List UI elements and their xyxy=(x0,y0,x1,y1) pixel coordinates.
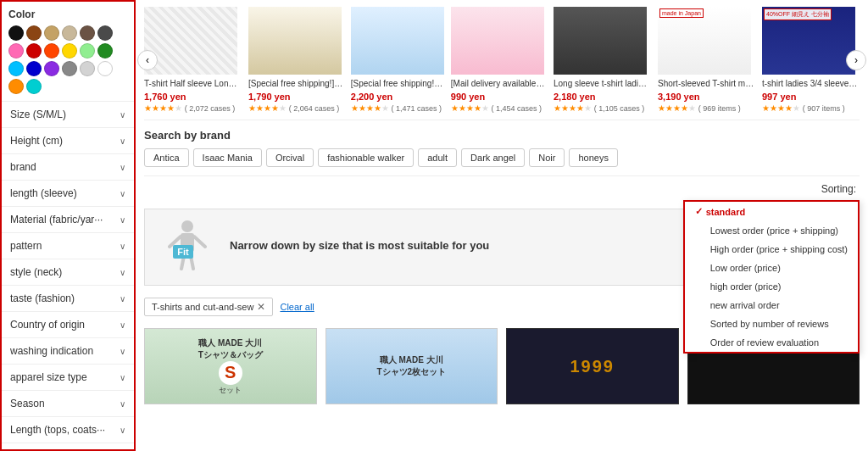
filter-label-washing: washing indication xyxy=(10,345,93,357)
brand-tag-honeys[interactable]: honeys xyxy=(569,148,617,167)
filter-chevron-length: ∨ xyxy=(120,426,125,435)
sort-dropdown: ✓standardLowest order (price + shipping)… xyxy=(683,200,860,354)
color-swatch-light-gray[interactable] xyxy=(80,61,95,76)
filter-item-height[interactable]: Height (cm)∨ xyxy=(2,128,134,154)
product-title-6: Short-sleeved T-shirt made in Jap··· xyxy=(658,78,755,89)
brand-tag-dark-angel[interactable]: Dark angel xyxy=(461,148,525,167)
product-badge-7: 40%OFF 細見え 七分袖 xyxy=(764,8,832,20)
filter-label-country: Country of origin xyxy=(10,319,85,331)
bottom-product-card-2[interactable]: 職人 MADE 大川 Tシャツ2枚セット xyxy=(326,328,498,404)
filter-item-material[interactable]: Material (fabric/yar···∨ xyxy=(2,207,134,233)
brand-tag-antica[interactable]: Antica xyxy=(144,148,189,167)
product-carousel: ‹ T-shirt Half sleeve Long sleeve··· 1,7… xyxy=(144,0,860,120)
fit-label: Fit xyxy=(173,245,192,259)
color-swatch-pink[interactable] xyxy=(8,43,24,58)
product-card-7[interactable]: 40%OFF 細見え 七分袖 t-shirt ladies 3/4 sleeve… xyxy=(762,7,860,113)
sort-option-standard[interactable]: ✓standard xyxy=(685,202,858,221)
filter-item-apparel[interactable]: apparel size type∨ xyxy=(2,365,134,391)
brand-tag-orcival[interactable]: Orcival xyxy=(266,148,314,167)
sort-option-high-price[interactable]: high order (price) xyxy=(685,277,858,296)
filter-tag-close-button[interactable]: ✕ xyxy=(257,301,265,313)
brand-section: Search by brand AnticaIsaac ManiaOrcival… xyxy=(144,120,860,176)
clear-all-button[interactable]: Clear all xyxy=(280,302,314,312)
color-swatch-black[interactable] xyxy=(8,25,24,41)
color-swatch-dark-brown[interactable] xyxy=(80,25,95,41)
product-img-3 xyxy=(351,7,444,75)
color-swatch-brown[interactable] xyxy=(26,25,42,41)
product-card-4[interactable]: [Mail delivery available mrb] T··· 990 y… xyxy=(451,7,547,113)
filter-chevron-size: ∨ xyxy=(120,110,125,120)
filter-item-washing[interactable]: washing indication∨ xyxy=(2,338,134,365)
product-price-7: 997 yen xyxy=(762,92,860,102)
color-swatch-white[interactable] xyxy=(97,61,113,76)
color-swatch-teal[interactable] xyxy=(26,79,42,94)
product-card-2[interactable]: [Special free shipping!] T-shirt··· 1,79… xyxy=(248,7,344,113)
product-card-1[interactable]: T-shirt Half sleeve Long sleeve··· 1,760… xyxy=(144,7,242,113)
color-swatch-green[interactable] xyxy=(97,43,113,58)
filter-label-brand: brand xyxy=(10,161,36,173)
brand-tag-isaac-mania[interactable]: Isaac Mania xyxy=(193,148,262,167)
product-img-6: made in Japan xyxy=(658,7,751,75)
color-swatch-yellow[interactable] xyxy=(62,43,77,58)
color-swatch-purple[interactable] xyxy=(44,61,59,76)
sorting-area: Sorting: ✓standardLowest order (price + … xyxy=(144,176,860,202)
filter-item-country[interactable]: Country of origin∨ xyxy=(2,312,134,338)
color-swatch-red[interactable] xyxy=(26,43,42,58)
filter-item-size[interactable]: Size (S/M/L)∨ xyxy=(2,102,134,128)
fit-figure: Fit xyxy=(162,220,213,275)
color-swatch-tan[interactable] xyxy=(44,25,59,41)
filter-chevron-height: ∨ xyxy=(120,136,125,146)
filter-chevron-apparel: ∨ xyxy=(120,373,125,382)
filter-chevron-sleeve: ∨ xyxy=(120,189,125,198)
product-title-5: Long sleeve t-shirt ladies cute plain··· xyxy=(554,78,651,89)
product-price-3: 2,200 yen xyxy=(351,92,444,102)
product-card-6[interactable]: made in Japan Short-sleeved T-shirt made… xyxy=(658,7,755,113)
sort-option-highest[interactable]: High order (price + shipping cost) xyxy=(685,240,858,259)
filter-label-material: Material (fabric/yar··· xyxy=(10,214,103,226)
color-swatch-sky-blue[interactable] xyxy=(8,61,24,76)
filter-item-length[interactable]: Length (tops, coats···∨ xyxy=(2,417,134,443)
sort-option-low-price[interactable]: Low order (price) xyxy=(685,259,858,277)
product-stars-4: ★★★★★ ( 1,454 cases ) xyxy=(451,103,547,113)
product-stars-5: ★★★★★ ( 1,105 cases ) xyxy=(554,103,651,113)
bottom-product-card-1[interactable]: 職人 MADE 大川 Tシャツ＆バッグ S セット xyxy=(144,328,317,404)
filter-item-fashion[interactable]: taste (fashion)∨ xyxy=(2,286,134,312)
sort-option-new-arrival[interactable]: new arrival order xyxy=(685,296,858,315)
bottom-card-2-text: 職人 MADE 大川 Tシャツ2枚セット xyxy=(376,354,446,378)
brand-tag-adult[interactable]: adult xyxy=(418,148,457,167)
filter-item-neck[interactable]: style (neck)∨ xyxy=(2,259,134,286)
filter-item-pattern[interactable]: pattern∨ xyxy=(2,233,134,259)
filter-item-sleeve[interactable]: length (sleeve)∨ xyxy=(2,181,134,207)
color-swatch-light-green[interactable] xyxy=(80,43,95,58)
sort-option-reviews[interactable]: Sorted by number of reviews xyxy=(685,315,858,333)
color-swatch-gray[interactable] xyxy=(62,61,77,76)
filter-list: Size (S/M/L)∨Height (cm)∨brand∨length (s… xyxy=(2,102,134,443)
product-card-5[interactable]: Long sleeve t-shirt ladies cute plain···… xyxy=(554,7,651,113)
product-title-2: [Special free shipping!] T-shirt··· xyxy=(248,78,344,89)
product-title-4: [Mail delivery available mrb] T··· xyxy=(451,78,547,89)
filter-item-season[interactable]: Season∨ xyxy=(2,391,134,417)
product-card-3[interactable]: [Special free shipping!] Anti-··· 2,200 … xyxy=(351,7,444,113)
sort-checkmark: ✓ xyxy=(695,206,703,217)
filter-label-neck: style (neck) xyxy=(10,266,62,278)
color-swatch-blue[interactable] xyxy=(26,61,42,76)
brand-tag-noir[interactable]: Noir xyxy=(529,148,565,167)
sort-option-review-eval[interactable]: Order of review evaluation xyxy=(685,333,858,352)
carousel-next-button[interactable]: › xyxy=(846,50,866,70)
color-swatch-orange[interactable] xyxy=(8,79,24,94)
product-price-6: 3,190 yen xyxy=(658,92,755,102)
carousel-prev-button[interactable]: ‹ xyxy=(137,50,158,70)
color-swatch-dark-gray[interactable] xyxy=(97,25,113,41)
color-swatch-beige[interactable] xyxy=(62,25,77,41)
bottom-product-card-3[interactable]: 1999 xyxy=(506,328,679,404)
bottom-card-1-text: 職人 MADE 大川 Tシャツ＆バッグ S セット xyxy=(198,337,263,396)
brand-tag-fashionable-walker[interactable]: fashionable walker xyxy=(318,148,414,167)
filter-chevron-material: ∨ xyxy=(120,215,125,225)
color-swatch-orange-red[interactable] xyxy=(44,43,59,58)
svg-line-3 xyxy=(194,237,205,247)
filter-chevron-washing: ∨ xyxy=(120,347,125,356)
sort-option-lowest[interactable]: Lowest order (price + shipping) xyxy=(685,221,858,240)
filter-tag-label: T-shirts and cut-and-sew xyxy=(152,302,253,312)
svg-point-0 xyxy=(181,220,193,232)
filter-item-brand[interactable]: brand∨ xyxy=(2,154,134,181)
